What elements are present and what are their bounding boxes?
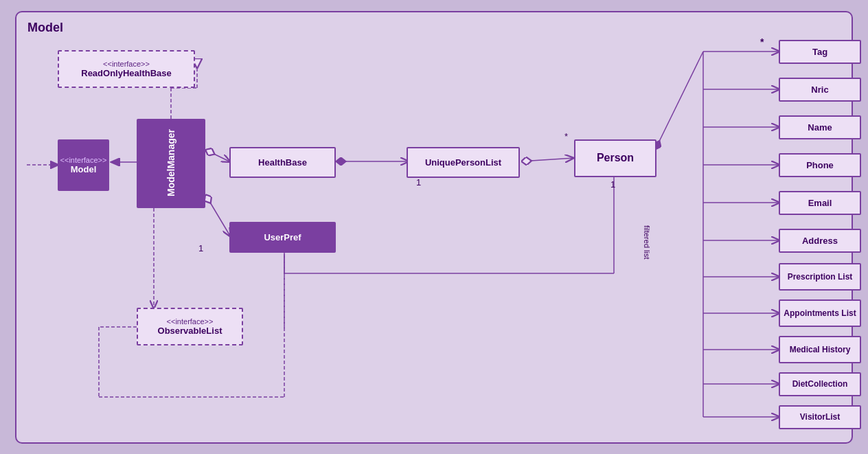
label-modelmanager: ModelManager [165, 129, 176, 196]
label-dietcollection: DietCollection [792, 379, 848, 389]
label-medicalhistory: Medical History [790, 345, 851, 354]
label-healthbase: HealthBase [258, 157, 307, 168]
box-appointmentslist: Appointments List [779, 299, 861, 327]
label-email: Email [808, 198, 832, 208]
svg-text:filtered list: filtered list [643, 225, 651, 260]
label-person: Person [597, 152, 634, 164]
box-name: Name [779, 115, 861, 139]
box-readonlyhealthbase: <<interface>> ReadOnlyHealthBase [58, 50, 195, 88]
svg-text:1: 1 [198, 243, 203, 253]
label-visitorlist: VisitorList [800, 412, 840, 422]
label-uniquepersonlist: UniquePersonList [425, 157, 501, 168]
label-address: Address [802, 236, 838, 246]
svg-text:1: 1 [416, 177, 421, 188]
label-tag: Tag [812, 47, 827, 57]
box-prescriptionlist: Prescription List [779, 263, 861, 291]
stereotype-model: <<interface>> [60, 156, 107, 164]
box-email: Email [779, 191, 861, 215]
label-userpref: UserPref [264, 232, 301, 242]
stereotype-observablelist: <<interface>> [167, 317, 214, 326]
label-prescriptionlist: Prescription List [788, 272, 853, 282]
label-readonlyhealthbase: ReadOnlyHealthBase [81, 68, 172, 78]
diagram-container: Model [15, 11, 853, 444]
box-modelmanager: ModelManager [137, 119, 205, 208]
box-dietcollection: DietCollection [779, 372, 861, 396]
label-appointmentslist: Appointments List [784, 308, 856, 318]
label-nric: Nric [811, 84, 828, 95]
label-observablelist: ObservableList [158, 326, 222, 336]
label-name: Name [808, 122, 832, 133]
box-medicalhistory: Medical History [779, 336, 861, 363]
box-tag: Tag [779, 40, 861, 64]
box-userpref: UserPref [229, 222, 336, 253]
box-person: Person [574, 139, 656, 177]
svg-line-10 [205, 194, 231, 237]
label-phone: Phone [806, 160, 834, 170]
svg-line-12 [521, 158, 574, 161]
box-visitorlist: VisitorList [779, 405, 861, 429]
diagram-title: Model [27, 21, 63, 35]
box-phone: Phone [779, 153, 861, 177]
box-model-interface: <<interface>> Model [58, 139, 109, 191]
stereotype-readonlyhealthbase: <<interface>> [103, 60, 150, 68]
box-nric: Nric [779, 78, 861, 102]
box-observablelist: <<interface>> ObservableList [137, 308, 243, 345]
svg-line-13 [655, 52, 703, 150]
svg-text:*: * [760, 36, 764, 47]
svg-text:*: * [564, 131, 568, 141]
svg-line-9 [205, 150, 231, 162]
label-model: Model [71, 164, 97, 174]
svg-text:1: 1 [610, 179, 615, 190]
box-healthbase: HealthBase [229, 147, 336, 178]
box-address: Address [779, 229, 861, 253]
box-uniquepersonlist: UniquePersonList [407, 147, 520, 178]
